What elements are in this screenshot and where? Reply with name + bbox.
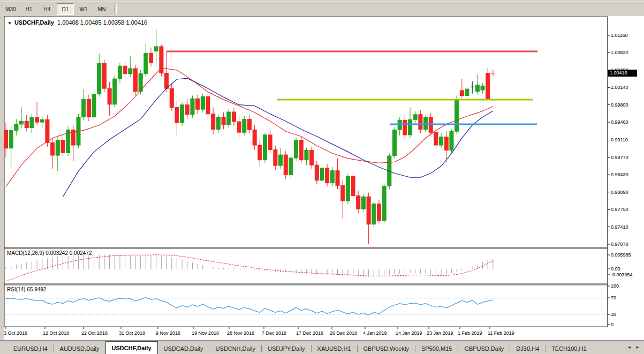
tab-scroll-left-icon[interactable]: ◄ xyxy=(625,344,633,351)
rsi-axis-label: 0 xyxy=(611,322,613,327)
price-axis-label: 0.97070 xyxy=(611,242,628,247)
date-axis-label: 28 Nov 2018 xyxy=(227,330,254,336)
price-axis-label: 0.98770 xyxy=(611,155,628,160)
price-axis-label: 1.00140 xyxy=(611,85,628,90)
tab-scroll-right-icon[interactable]: ► xyxy=(633,344,642,351)
rsi-axis-label: 70 xyxy=(611,295,616,300)
date-axis-label: 9 Nov 2018 xyxy=(156,330,180,336)
chart-canvas[interactable] xyxy=(0,0,644,354)
date-axis-label: 11 Feb 2019 xyxy=(488,330,514,336)
macd-axis-label: 0.005985 xyxy=(611,252,631,258)
date-axis-label: 17 Dec 2018 xyxy=(296,330,323,336)
chart-collapse-icon[interactable]: ▼ xyxy=(7,21,12,26)
tab-gbpusd-daily[interactable]: GBPUSD,Daily xyxy=(458,343,510,354)
rsi-axis-label: 30 xyxy=(611,312,616,317)
tab-gbpusd-weekly[interactable]: GBPUSD,Weekly xyxy=(358,343,415,354)
price-axis-label: 1.00820 xyxy=(611,50,628,55)
tab-usdcad-daily[interactable]: USDCAD,Daily xyxy=(158,343,209,354)
tab-eurusd-h4[interactable]: EURUSD,H4 xyxy=(7,343,54,354)
price-axis-label: 0.99800 xyxy=(611,102,628,108)
date-axis-label: 7 Dec 2018 xyxy=(262,330,286,336)
tab-usdcnh-daily[interactable]: USDCNH,Daily xyxy=(209,343,261,354)
date-axis-label: 26 Dec 2018 xyxy=(330,330,357,336)
tab-sp500-m15[interactable]: SP500,M15 xyxy=(415,343,458,354)
tab-usdchf-daily[interactable]: USDCHF,Daily xyxy=(105,341,158,354)
tab-tech100-h1[interactable]: TECH100,H1 xyxy=(545,343,592,354)
tab-usdjpy-daily[interactable]: USDJPY,Daily xyxy=(262,343,311,354)
price-axis-label: 0.99110 xyxy=(611,137,628,142)
date-axis-label: 12 Oct 2018 xyxy=(43,330,69,336)
price-axis-label: 0.99460 xyxy=(611,119,628,125)
date-axis-label: 23 Jan 2019 xyxy=(427,330,453,336)
tab-xauusd-h1[interactable]: XAUUSD,H1 xyxy=(312,343,357,354)
price-axis-label: 0.98090 xyxy=(611,190,628,195)
chart-title: ▼USDCHF,Daily 1.00408 1.00485 1.00358 1.… xyxy=(7,19,147,26)
macd-axis-label: 0.00 xyxy=(611,266,620,272)
tab-audusd-daily[interactable]: AUDUSD,Daily xyxy=(54,343,105,354)
chart-title-symbol: USDCHF,Daily xyxy=(14,19,54,26)
tab-scroll-controls: ◄► xyxy=(625,341,644,354)
date-axis-label: 31 Oct 2018 xyxy=(119,330,145,336)
macd-axis-label: -0.003954 xyxy=(611,272,633,277)
price-axis-label: 1.01160 xyxy=(611,33,628,38)
date-axis-label: 19 Nov 2018 xyxy=(192,330,219,336)
price-axis-label: 0.97750 xyxy=(611,207,628,212)
macd-indicator-label: MACD(12,26,9) 0.003242 0.002472 xyxy=(7,250,92,256)
chart-title-ohlc: 1.00408 1.00485 1.00358 1.00416 xyxy=(57,19,147,26)
tab-dj30-h4[interactable]: DJ30,H4 xyxy=(510,343,545,354)
date-axis-label: 22 Oct 2018 xyxy=(81,330,108,336)
symbol-tab-bar: EURUSD,H4AUDUSD,DailyUSDCHF,DailyUSDCAD,… xyxy=(0,340,644,354)
current-price-marker: 1.00416 xyxy=(608,70,637,77)
price-axis-label: 0.97410 xyxy=(611,224,628,230)
date-axis-label: 4 Jan 2019 xyxy=(363,330,387,336)
date-axis-label: 3 Oct 2018 xyxy=(4,330,27,336)
date-axis-label: 14 Jan 2019 xyxy=(396,330,422,336)
price-axis-label: 0.98430 xyxy=(611,172,628,177)
rsi-axis-label: 100 xyxy=(611,283,619,289)
date-axis-label: 1 Feb 2019 xyxy=(458,330,482,336)
rsi-indicator-label: RSI(14) 65.9492 xyxy=(7,287,46,292)
macd-value-main: 0.003242 xyxy=(46,250,68,256)
macd-value-signal: 0.002472 xyxy=(70,250,92,256)
trading-platform-window: M30H1H4D1W1MN ▼USDCHF,Daily 1.00408 1.00… xyxy=(0,0,644,354)
